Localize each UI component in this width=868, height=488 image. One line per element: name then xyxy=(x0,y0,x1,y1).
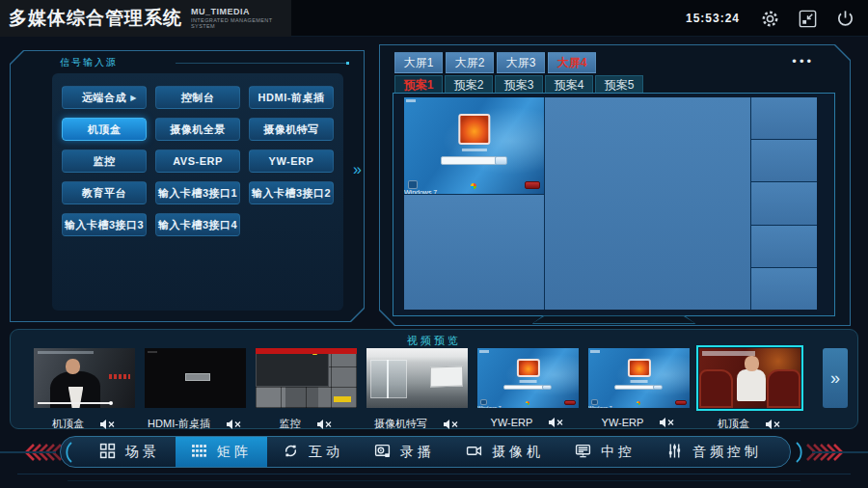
nav-label: 音频控制 xyxy=(692,444,762,461)
video-thumbnail[interactable]: Windows 7 xyxy=(588,348,690,408)
nav-label: 互动 xyxy=(309,444,343,461)
nav-item-camera[interactable]: 摄像机 xyxy=(450,437,559,467)
video-thumbnail[interactable] xyxy=(699,348,800,408)
screen-cell[interactable] xyxy=(545,97,750,310)
nav-item-scene[interactable]: 场景 xyxy=(84,437,176,467)
mute-icon[interactable] xyxy=(765,419,782,430)
source-button[interactable]: 摄像机全景 xyxy=(155,118,240,141)
video-preview-item[interactable]: 机顶盒 xyxy=(34,348,135,431)
source-button[interactable]: YW-ERP xyxy=(249,149,334,173)
tab-preset-3[interactable]: 预案3 xyxy=(495,75,543,95)
screen-cell[interactable] xyxy=(751,226,817,267)
source-button[interactable]: 输入卡槽3接口4 xyxy=(155,213,240,236)
strip-title: 视频预览 xyxy=(11,334,857,348)
video-thumbnail[interactable]: Windows 7 xyxy=(477,348,579,408)
screen-grid-column: Windows 7 xyxy=(404,97,544,310)
video-preview-item[interactable]: 机顶盒 xyxy=(699,348,800,431)
tab-wall-2[interactable]: 大屏2 xyxy=(446,52,494,73)
video-preview-item[interactable]: 监控 xyxy=(256,348,357,431)
tab-preset-2[interactable]: 预案2 xyxy=(445,75,493,95)
mute-icon[interactable] xyxy=(443,419,460,430)
source-button[interactable]: 机顶盒 xyxy=(62,118,147,141)
windows-flag-icon xyxy=(471,183,476,189)
bottom-line-decoration xyxy=(68,480,800,481)
video-caption-bar xyxy=(702,351,755,356)
app-title: 多媒体综合管理系统 xyxy=(9,6,182,31)
screen-cell[interactable] xyxy=(751,268,817,310)
source-label: 监控 xyxy=(94,154,116,169)
video-preview-item[interactable]: 摄像机特写 xyxy=(366,348,468,431)
nav-item-record[interactable]: 录播 xyxy=(359,437,450,467)
source-label: 输入卡槽3接口1 xyxy=(158,186,237,201)
source-button[interactable]: 输入卡槽3接口2 xyxy=(249,181,334,204)
mute-icon[interactable] xyxy=(316,419,334,430)
win7-accessibility-icon xyxy=(480,399,487,405)
video-thumbnail[interactable] xyxy=(366,348,468,408)
video-thumbnail[interactable] xyxy=(34,348,135,408)
bottom-line-decoration xyxy=(17,474,851,474)
mute-icon[interactable] xyxy=(659,417,676,428)
theater-seat xyxy=(699,369,733,408)
win7-accessibility-icon xyxy=(591,399,598,405)
source-button[interactable]: AVS-ERP xyxy=(155,149,240,173)
tab-preset-4[interactable]: 预案4 xyxy=(545,75,593,95)
source-label: 输入卡槽3接口2 xyxy=(252,186,331,201)
source-button[interactable]: 输入卡槽3接口3 xyxy=(62,213,147,236)
screen-cell[interactable] xyxy=(751,182,817,224)
tab-wall-1[interactable]: 大屏1 xyxy=(394,52,443,73)
thumbnail-label-row: HDMI-前桌插 xyxy=(145,417,246,431)
source-button[interactable]: 监控 xyxy=(62,149,147,173)
screen-grid-column xyxy=(751,97,817,310)
source-button[interactable]: 摄像机特写 xyxy=(249,118,334,141)
win7-password-input xyxy=(614,385,655,391)
video-preview-item[interactable]: HDMI-前桌插 xyxy=(145,348,246,431)
next-thumbnails-button[interactable]: » xyxy=(823,348,848,408)
win7-window-controls xyxy=(590,350,600,353)
power-icon[interactable] xyxy=(833,7,856,30)
video-thumbnail[interactable] xyxy=(256,348,357,408)
source-label: 输入卡槽3接口4 xyxy=(158,218,237,232)
source-button[interactable]: 控制台 xyxy=(155,86,240,109)
source-button[interactable]: 教育平台 xyxy=(62,181,147,204)
thumbnail-label-row: 监控 xyxy=(256,417,357,431)
brand-block: MU_TIMEDIA INTEGRATED MANAGEMENT SYSTEM xyxy=(191,7,291,30)
screen-cell[interactable] xyxy=(404,195,544,310)
tab-wall-3[interactable]: 大屏3 xyxy=(497,52,545,73)
win7-user-avatar xyxy=(627,359,650,378)
windows-flag-icon xyxy=(637,401,640,405)
record-icon xyxy=(374,443,391,462)
video-source-label: 机顶盒 xyxy=(52,417,84,431)
nav-item-audio-control[interactable]: 音频控制 xyxy=(651,437,777,467)
video-camera-icon xyxy=(466,443,482,462)
tab-wall-4[interactable]: 大屏4 xyxy=(548,52,596,73)
tab-preset-5[interactable]: 预案5 xyxy=(595,75,643,95)
player-progress-bar xyxy=(38,402,111,404)
screen-cell[interactable]: Windows 7 xyxy=(404,97,544,194)
mute-icon[interactable] xyxy=(99,419,117,430)
more-menu-icon[interactable]: ••• xyxy=(792,54,814,68)
nav-item-matrix[interactable]: 矩阵 xyxy=(176,437,267,467)
mute-icon[interactable] xyxy=(226,419,243,430)
settings-gear-icon[interactable] xyxy=(758,7,781,30)
win7-password-input xyxy=(441,156,497,165)
win7-username xyxy=(461,149,486,151)
screen-cell[interactable] xyxy=(751,97,817,139)
mute-icon[interactable] xyxy=(548,417,565,428)
nav-item-interact[interactable]: 互动 xyxy=(267,437,359,467)
expand-sources-icon[interactable]: » xyxy=(353,162,362,177)
preset-tab-bar: 预案1 预案2 预案3 预案4 预案5 xyxy=(394,75,643,95)
video-preview-item[interactable]: Windows 7 YW-ERP xyxy=(588,348,690,428)
video-preview-item[interactable]: Windows 7 YW-ERP xyxy=(477,348,579,428)
win7-brand: Windows 7 xyxy=(477,399,579,405)
nav-label: 场景 xyxy=(125,444,160,461)
window-resize-icon[interactable] xyxy=(796,7,819,30)
app-logo: 多媒体综合管理系统 MU_TIMEDIA INTEGRATED MANAGEME… xyxy=(0,0,291,37)
video-thumbnail[interactable] xyxy=(145,348,246,408)
source-button[interactable]: HDMI-前桌插 xyxy=(249,86,334,109)
edge-line-decoration xyxy=(812,451,868,453)
nav-item-central-control[interactable]: 中控 xyxy=(559,437,651,467)
tab-preset-1[interactable]: 预案1 xyxy=(394,75,443,95)
source-button[interactable]: 输入卡槽3接口1 xyxy=(155,181,240,204)
source-button[interactable]: 远端合成▶ xyxy=(62,86,147,109)
screen-cell[interactable] xyxy=(751,140,817,181)
